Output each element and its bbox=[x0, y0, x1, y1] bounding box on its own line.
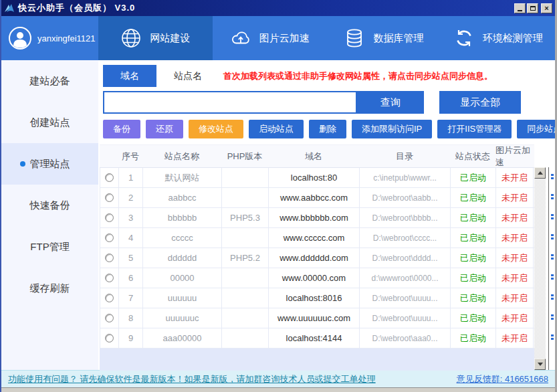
sidebar-item-cache-refresh[interactable]: 缓存刷新 bbox=[1, 268, 98, 309]
cell-cdn-status: 未开启 bbox=[496, 228, 534, 248]
table-row[interactable]: 2 aabbcc www.aabbcc.com D:\webroot\aabb.… bbox=[100, 188, 534, 208]
row-radio[interactable] bbox=[105, 213, 114, 222]
close-button[interactable]: × bbox=[541, 3, 552, 13]
row-radio[interactable] bbox=[105, 314, 114, 322]
table-row[interactable]: 7 uuuuuu localhost:8016 D:\webroot\uuuu.… bbox=[100, 288, 534, 308]
action-button[interactable]: 备份 bbox=[103, 120, 140, 138]
sidebar-item-ftp[interactable]: FTP管理 bbox=[1, 226, 98, 268]
cell-no: 3 bbox=[119, 208, 143, 227]
sidebar-item-create-site[interactable]: 创建站点 bbox=[1, 102, 98, 143]
col-header-directory: 目录 bbox=[359, 151, 450, 163]
query-button[interactable]: 查询 bbox=[357, 91, 424, 114]
close-icon: × bbox=[544, 5, 548, 12]
nav-tab-database[interactable]: 数据库管理 bbox=[327, 16, 441, 60]
action-button[interactable]: 删除 bbox=[309, 120, 346, 138]
cell-directory: D:\webroot\bbbb... bbox=[360, 208, 451, 227]
action-button[interactable]: 还原 bbox=[146, 120, 183, 138]
action-button[interactable]: 同步站点 bbox=[517, 120, 557, 138]
cell-cdn-status: 未开启 bbox=[496, 168, 534, 187]
globe-icon bbox=[120, 27, 142, 49]
table-row[interactable]: 6 00000 www.00000.com d:\wwwroot\0000...… bbox=[100, 268, 534, 288]
tab-domain[interactable]: 域名 bbox=[103, 65, 156, 87]
scroll-down-button[interactable] bbox=[534, 359, 546, 370]
row-radio[interactable] bbox=[105, 193, 114, 202]
nav-tab-env-check[interactable]: 环境检测管理 bbox=[441, 16, 555, 60]
cell-site-name: uuuuuu bbox=[143, 288, 222, 308]
app-window: 快云小助手（会员版） V3.0 × yanxingfei1121 网站建设 bbox=[0, 0, 557, 392]
arrow-down-icon bbox=[538, 363, 543, 366]
row-radio[interactable] bbox=[105, 274, 114, 282]
top-navbar: yanxingfei1121 网站建设 图片云加速 数据库管理 bbox=[1, 16, 555, 60]
sidebar-item-manage-site[interactable]: 管理站点 bbox=[1, 143, 98, 185]
cell-site-name: aabbcc bbox=[143, 188, 222, 207]
action-button[interactable]: 打开IIS管理器 bbox=[437, 120, 512, 138]
cell-site-name: ccccc bbox=[143, 228, 222, 248]
tab-site-name[interactable]: 站点名 bbox=[156, 65, 219, 87]
action-button[interactable]: 添加限制访问IP bbox=[352, 120, 432, 138]
feedback-group-link[interactable]: 意见反馈群: 416651668 bbox=[457, 373, 548, 385]
cell-domain: www.bbbbbb.com bbox=[269, 208, 360, 227]
window-bottom-edge bbox=[1, 387, 555, 392]
show-all-button[interactable]: 显示全部 bbox=[439, 91, 521, 114]
cell-status: 已启动 bbox=[451, 188, 496, 207]
app-body: 建站必备 创建站点 管理站点 快速备份 FTP管理 缓存刷新 域名 站点名 首次… bbox=[1, 60, 555, 370]
cell-php-version: PHP5.2 bbox=[222, 248, 269, 268]
cell-no: 1 bbox=[119, 168, 143, 187]
cloud-upload-icon bbox=[230, 27, 251, 49]
title-bar[interactable]: 快云小助手（会员版） V3.0 × bbox=[1, 0, 555, 16]
vertical-scrollbar bbox=[534, 167, 546, 370]
sidebar: 建站必备 创建站点 管理站点 快速备份 FTP管理 缓存刷新 bbox=[1, 60, 98, 370]
maximize-icon bbox=[530, 6, 536, 11]
cell-cdn-status: 未开启 bbox=[496, 308, 534, 328]
cell-domain: localhost:8016 bbox=[269, 288, 360, 308]
cell-site-name: uuuuuuc bbox=[143, 308, 222, 328]
scroll-up-button[interactable] bbox=[534, 167, 546, 179]
row-radio[interactable] bbox=[105, 173, 114, 182]
nav-tab-image-cdn[interactable]: 图片云加速 bbox=[213, 16, 327, 60]
sidebar-item-quick-backup[interactable]: 快速备份 bbox=[1, 185, 98, 226]
scrollbar-track[interactable] bbox=[534, 179, 546, 359]
site-table: 1 默认网站 localhost:80 c:\inetpub\wwwr... 已… bbox=[100, 168, 534, 349]
clipped-content-sliver bbox=[548, 167, 556, 370]
sync-icon bbox=[453, 27, 475, 49]
table-row[interactable]: 1 默认网站 localhost:80 c:\inetpub\wwwr... 已… bbox=[100, 168, 534, 188]
cell-cdn-status: 未开启 bbox=[496, 208, 534, 227]
row-radio[interactable] bbox=[105, 334, 114, 342]
action-button-row: 备份 还原 修改站点 启动站点 删除 添加限制访问IP 打开IIS管理器 同步站… bbox=[103, 120, 557, 138]
user-account[interactable]: yanxingfei1121 bbox=[1, 16, 98, 60]
table-header: 序号 站点名称 PHP版本 域名 目录 站点状态 图片云加速 bbox=[100, 144, 534, 168]
sync-notice: 首次加载列表或通过非助手修改网站属性，请点击同步站点同步信息。 bbox=[223, 70, 493, 82]
cell-site-name: 默认网站 bbox=[143, 168, 222, 187]
search-row: 查询 显示全部 bbox=[103, 91, 557, 114]
table-row[interactable]: 5 dddddd PHP5.2 www.dddddd.com D:\webroo… bbox=[100, 248, 534, 268]
table-row[interactable]: 4 ccccc www.ccccc.com D:\webroot\cccc...… bbox=[100, 228, 534, 248]
cell-cdn-status: 未开启 bbox=[496, 268, 534, 288]
row-radio[interactable] bbox=[105, 233, 114, 242]
table-row[interactable]: 9 aaa00000 localhost:4144 D:\webroot\aaa… bbox=[100, 328, 534, 349]
cell-status: 已启动 bbox=[451, 268, 496, 288]
action-button[interactable]: 修改站点 bbox=[189, 120, 243, 138]
username-label: yanxingfei1121 bbox=[37, 33, 96, 43]
row-radio[interactable] bbox=[105, 254, 114, 262]
cell-no: 9 bbox=[119, 328, 143, 348]
cell-php-version bbox=[222, 228, 269, 248]
help-link[interactable]: 功能使用有问题？ 请先确保软件是最新版本！如果是新版，请加群咨询技术人员或提交工… bbox=[8, 373, 376, 385]
maximize-button[interactable] bbox=[527, 3, 538, 13]
col-header-domain: 域名 bbox=[268, 151, 359, 163]
table-row[interactable]: 8 uuuuuuc www.uuuuuuc.com D:\webroot\uuu… bbox=[100, 308, 534, 328]
table-row[interactable]: 3 bbbbbb PHP5.3 www.bbbbbb.com D:\webroo… bbox=[100, 208, 534, 228]
cell-php-version bbox=[222, 168, 269, 187]
sidebar-item-site-essentials[interactable]: 建站必备 bbox=[1, 60, 98, 102]
col-header-status: 站点状态 bbox=[450, 151, 495, 163]
minimize-button[interactable] bbox=[514, 3, 526, 13]
filter-tab-row: 域名 站点名 首次加载列表或通过非助手修改网站属性，请点击同步站点同步信息。 bbox=[103, 65, 557, 87]
nav-tab-website-build[interactable]: 网站建设 bbox=[98, 16, 213, 60]
cell-directory: c:\inetpub\wwwr... bbox=[360, 168, 451, 187]
cell-domain: www.dddddd.com bbox=[269, 248, 360, 268]
col-header-cdn: 图片云加速 bbox=[495, 144, 533, 169]
active-dot-icon bbox=[20, 161, 25, 167]
cell-no: 6 bbox=[119, 268, 143, 288]
row-radio[interactable] bbox=[105, 294, 114, 302]
action-button[interactable]: 启动站点 bbox=[249, 120, 304, 138]
search-input[interactable] bbox=[103, 91, 357, 114]
